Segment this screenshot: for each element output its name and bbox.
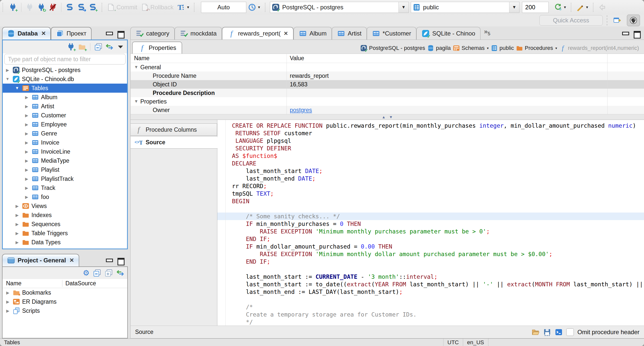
chevron-down-icon[interactable]: ▼ xyxy=(134,99,138,104)
chevron-right-icon[interactable]: ▶ xyxy=(24,113,29,118)
close-icon[interactable]: ✕ xyxy=(41,30,46,37)
property-row-properties[interactable]: ▼Properties xyxy=(131,97,644,106)
collapse-all-icon[interactable] xyxy=(93,269,101,277)
tree-item-album[interactable]: ▶Album xyxy=(3,93,127,102)
tab-project[interactable]: Проект xyxy=(51,27,91,40)
property-value-link[interactable]: postgres xyxy=(290,107,312,114)
connection-combo[interactable]: ✓PostgreSQL - postgres▼ xyxy=(270,2,409,13)
new-sql-script-button[interactable]: + xyxy=(87,2,99,12)
commit-button[interactable]: ▪Commit xyxy=(105,2,139,12)
side-tab-source[interactable]: <>TSource xyxy=(131,136,218,149)
new-folder-icon[interactable]: + xyxy=(78,43,86,51)
open-sql-script-button[interactable]: ➜ xyxy=(75,2,87,12)
omit-procedure-header-checkbox[interactable] xyxy=(566,328,574,336)
chevron-right-icon[interactable]: ▶ xyxy=(5,68,10,73)
close-icon[interactable]: ✕ xyxy=(284,30,288,37)
breadcrumb-item-public[interactable]: public xyxy=(491,45,514,52)
editor-tab--customer[interactable]: *Customer xyxy=(367,27,416,40)
breadcrumb-item-rewards-report-int4-numeric-[interactable]: frewards_report(int4,numeric) xyxy=(559,45,639,52)
tree-item-foo[interactable]: ▶foo xyxy=(3,192,127,201)
console-icon[interactable] xyxy=(555,328,563,336)
tree-item-artist[interactable]: ▶Artist xyxy=(3,102,127,111)
tree-item-data-types[interactable]: ▶Data Types xyxy=(3,238,127,247)
gear-icon[interactable]: ⚙ xyxy=(83,269,90,277)
chevron-right-icon[interactable]: ▶ xyxy=(24,122,29,127)
chevron-right-icon[interactable]: ▶ xyxy=(24,140,29,145)
open-file-icon[interactable] xyxy=(532,328,540,336)
property-row-general[interactable]: ▼General xyxy=(131,63,644,72)
tree-item-indexes[interactable]: ▶Indexes xyxy=(3,211,127,220)
tab-database-navigator[interactable]: Databa ✕ xyxy=(2,27,51,40)
chevron-right-icon[interactable]: ▶ xyxy=(24,131,29,136)
editor-tab-rewards-report-[interactable]: frewards_report(✕ xyxy=(222,27,294,40)
chevron-right-icon[interactable]: ▶ xyxy=(24,149,29,154)
disconnect-button[interactable] xyxy=(47,2,59,12)
open-perspective-button[interactable] xyxy=(611,15,623,25)
tree-item-postgresql-postgres[interactable]: ▶✓PostgreSQL - postgres xyxy=(3,65,127,75)
source-code-editor[interactable]: CREATE OR REPLACE FUNCTION public.reward… xyxy=(217,120,644,326)
tree-item-track[interactable]: ▶Track xyxy=(3,183,127,192)
chevron-right-icon[interactable]: ▶ xyxy=(24,195,29,199)
tab-project-general[interactable]: Project - General ✕ xyxy=(2,254,79,266)
close-icon[interactable]: ✕ xyxy=(69,257,74,264)
breadcrumb-item-procedures[interactable]: Procedures▾ xyxy=(516,45,557,52)
tree-item-genre[interactable]: ▶Genre xyxy=(3,129,127,138)
chevron-right-icon[interactable]: ▶ xyxy=(24,158,29,163)
tree-item-invoice[interactable]: ▶Invoice xyxy=(3,138,127,147)
view-menu-icon[interactable] xyxy=(116,43,125,51)
chevron-right-icon[interactable]: ▶ xyxy=(14,231,20,236)
editor-tab-album[interactable]: Album xyxy=(294,27,332,40)
tree-item-table-triggers[interactable]: ▶Table Triggers xyxy=(3,229,127,238)
expand-all-icon[interactable] xyxy=(105,269,113,277)
collapse-all-icon[interactable] xyxy=(94,43,102,51)
chevron-right-icon[interactable]: ▶ xyxy=(14,204,20,209)
link-editor-icon[interactable] xyxy=(116,269,124,277)
sash-up-icon[interactable]: ▲ xyxy=(382,115,386,119)
chevron-right-icon[interactable]: ▶ xyxy=(14,213,20,218)
chevron-down-icon[interactable]: ▼ xyxy=(5,77,10,81)
tab-overflow-button[interactable]: »5 xyxy=(480,28,493,38)
connection-dropdown-button[interactable]: ▼ xyxy=(398,2,409,13)
navigator-filter-input[interactable] xyxy=(4,54,126,64)
project-item-bookmarks[interactable]: ▶★Bookmarks xyxy=(3,288,127,297)
tab-properties[interactable]: f Properties xyxy=(132,42,182,54)
query-history-button[interactable]: ▾ xyxy=(246,2,262,12)
dbeaver-perspective-button[interactable] xyxy=(627,15,640,26)
chevron-right-icon[interactable]: ▶ xyxy=(24,95,29,100)
editor-tab-mockdata[interactable]: mockdata xyxy=(175,27,222,40)
status-locale[interactable]: en_US xyxy=(463,339,489,346)
rollback-button[interactable]: ↶Rollback xyxy=(139,2,175,12)
breadcrumb-item-postgresql-postgres[interactable]: ✓PostgreSQL - postgres xyxy=(360,45,425,52)
tree-item-customer[interactable]: ▶Customer xyxy=(3,111,127,120)
fetch-size-input[interactable] xyxy=(522,2,549,13)
editor-tab-artist[interactable]: Artist xyxy=(332,27,367,40)
chevron-right-icon[interactable]: ▶ xyxy=(5,290,11,295)
chevron-down-icon[interactable]: ▾ xyxy=(555,46,557,50)
back-button[interactable] xyxy=(596,2,608,12)
editor-tab-category[interactable]: category xyxy=(130,27,175,40)
breadcrumb-item-pagila[interactable]: pagila xyxy=(427,45,451,52)
maximize-icon[interactable] xyxy=(633,30,640,38)
column-header-value[interactable]: Value xyxy=(287,54,644,63)
column-header-name[interactable]: Name xyxy=(3,280,62,287)
chevron-down-icon[interactable]: ▼ xyxy=(14,86,20,90)
sql-format-button[interactable]: ▾ xyxy=(574,2,590,12)
property-row-procedure-description[interactable]: Procedure Description xyxy=(131,89,644,97)
chevron-right-icon[interactable]: ▶ xyxy=(24,177,29,181)
link-editor-icon[interactable] xyxy=(105,43,113,51)
status-timezone[interactable]: UTC xyxy=(443,339,463,346)
minimize-icon[interactable] xyxy=(105,30,113,38)
tree-item-mediatype[interactable]: ▶MediaType xyxy=(3,156,127,165)
schema-combo[interactable]: public▼ xyxy=(411,2,519,13)
column-header-name[interactable]: Name xyxy=(131,55,287,62)
chevron-right-icon[interactable]: ▶ xyxy=(24,104,29,109)
property-row-object-id[interactable]: Object ID16,583 xyxy=(131,80,644,89)
tree-item-tables[interactable]: ▼Tables xyxy=(3,84,127,93)
chevron-right-icon[interactable]: ▶ xyxy=(14,222,20,227)
tree-item-sequences[interactable]: ▶Sequences xyxy=(3,220,127,229)
breadcrumb-item-schemas[interactable]: Schemas▾ xyxy=(453,45,489,52)
quick-access-input[interactable] xyxy=(539,15,603,26)
chevron-down-icon[interactable]: ▼ xyxy=(134,65,138,70)
maximize-icon[interactable] xyxy=(117,30,124,38)
maximize-icon[interactable] xyxy=(117,257,124,264)
